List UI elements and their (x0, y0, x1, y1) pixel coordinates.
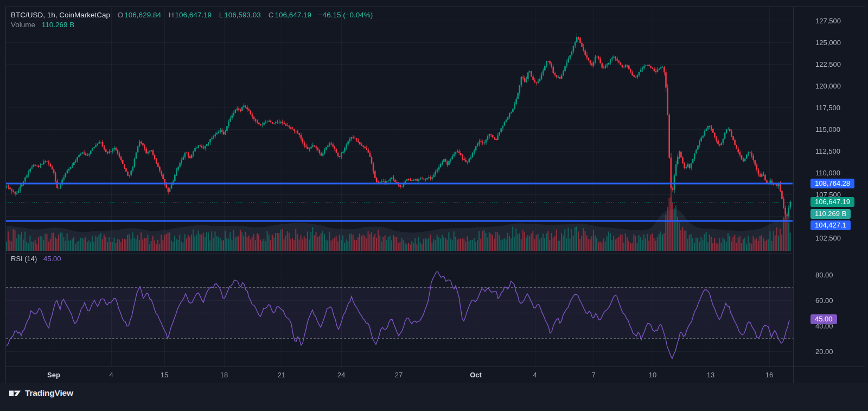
low-label: L (219, 11, 224, 19)
high-label: H (169, 11, 174, 19)
symbol-legend[interactable]: BTC/USD, 1h, CoinMarketCap O106,629.84 H… (11, 11, 373, 19)
rsi-legend[interactable]: RSI (14) 45.00 (11, 255, 61, 263)
close-value: 106,647.19 (275, 11, 311, 19)
price-axis-tick: 125,000 (815, 39, 841, 47)
change-value: −46.15 (−0.04%) (318, 11, 373, 19)
chart-canvas[interactable] (0, 0, 868, 411)
time-axis-tick: 16 (765, 371, 773, 379)
rsi-axis-tick: 80.00 (815, 270, 833, 279)
price-axis-tick: 122,500 (815, 60, 841, 68)
high-value: 106,647.19 (175, 11, 212, 19)
open-value: 106,629.84 (124, 11, 161, 19)
lower-price-line-badge: 104,427.1 (810, 220, 851, 230)
time-axis-tick: 13 (707, 371, 714, 379)
attribution-bar: TradingView (0, 383, 868, 411)
time-axis-tick: Oct (470, 371, 482, 379)
price-axis-tick: 127,500 (815, 17, 841, 25)
price-axis-tick: 110,000 (815, 169, 840, 177)
symbol-title[interactable]: BTC/USD, 1h, CoinMarketCap (11, 11, 110, 19)
tradingview-chart-widget: BTC/USD, 1h, CoinMarketCap O106,629.84 H… (0, 0, 868, 411)
time-axis-tick: Sep (47, 371, 60, 379)
tradingview-brand[interactable]: TradingView (9, 388, 73, 398)
time-axis-tick: 24 (337, 371, 345, 379)
time-scale[interactable] (5, 366, 865, 383)
time-axis-tick: 27 (395, 371, 403, 379)
time-axis-tick: 4 (533, 371, 537, 379)
rsi-value: 45.00 (43, 255, 61, 263)
rsi-label: RSI (14) (11, 255, 37, 263)
time-axis-tick: 21 (278, 371, 285, 379)
last-price-badge: 106,647.19 (810, 197, 854, 207)
open-label: O (118, 11, 124, 19)
volume-label: Volume (11, 21, 35, 29)
upper-price-line-badge: 108,764.28 (810, 179, 854, 188)
tradingview-logo-text: TradingView (25, 388, 73, 398)
time-axis-tick: 10 (649, 371, 656, 379)
volume-value-badge: 110.269 B (810, 209, 851, 219)
price-axis-tick: 120,000 (815, 82, 841, 90)
price-axis-tick: 102,500 (815, 234, 841, 242)
price-axis-tick: 112,500 (815, 147, 840, 155)
close-label: C (269, 11, 274, 19)
rsi-axis-tick: 20.00 (815, 347, 833, 355)
rsi-value-badge: 45.00 (810, 314, 837, 324)
rsi-axis-tick: 60.00 (815, 296, 833, 304)
price-axis-tick: 115,000 (815, 125, 840, 134)
volume-value: 110.269 B (42, 21, 75, 29)
volume-legend[interactable]: Volume 110.269 B (11, 21, 74, 29)
tradingview-logo-icon (9, 389, 21, 398)
time-axis-tick: 15 (161, 371, 168, 379)
time-axis-tick: 7 (591, 371, 595, 379)
low-value: 106,593.03 (224, 11, 261, 19)
time-axis-tick: 18 (220, 371, 228, 379)
price-axis-tick: 117,500 (815, 104, 840, 112)
time-axis-tick: 4 (109, 371, 113, 379)
